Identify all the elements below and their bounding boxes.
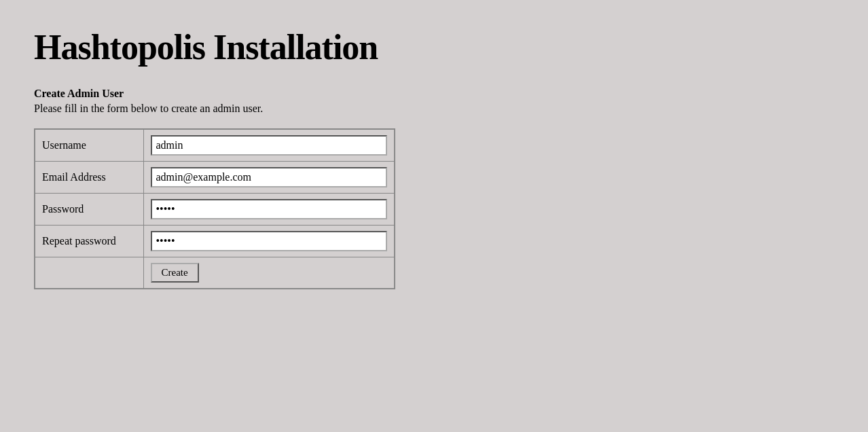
password-label: Password [35,194,143,226]
section-desc: Please fill in the form below to create … [34,103,834,115]
create-button[interactable]: Create [151,263,199,283]
email-label: Email Address [35,162,143,194]
repeat-password-label: Repeat password [35,226,143,257]
username-label: Username [35,129,143,162]
email-input[interactable] [151,167,388,187]
admin-user-form: Username Email Address Password Repeat p… [34,128,395,289]
password-input-cell [143,194,395,226]
username-input-cell [143,129,395,162]
username-input[interactable] [151,135,388,156]
password-input[interactable] [151,199,388,219]
repeat-password-input-cell [143,226,395,257]
page-container: Hashtopolis Installation Create Admin Us… [0,0,868,317]
email-row: Email Address [35,162,395,194]
section-title: Create Admin User [34,88,834,100]
submit-button-cell: Create [143,257,395,289]
username-row: Username [35,129,395,162]
password-row: Password [35,194,395,226]
submit-row: Create [35,257,395,289]
page-title: Hashtopolis Installation [34,27,834,67]
submit-label-cell [35,257,143,289]
repeat-password-row: Repeat password [35,226,395,257]
repeat-password-input[interactable] [151,231,388,251]
email-input-cell [143,162,395,194]
